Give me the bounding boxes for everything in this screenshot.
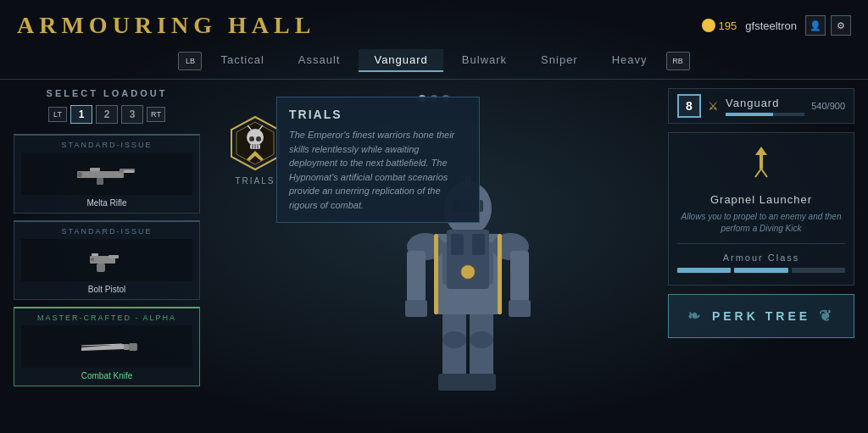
svg-point-54: [461, 265, 475, 279]
main-content: SELECT LOADOUT LT 1 2 3 RT STANDARD-ISSU…: [0, 80, 868, 424]
svg-rect-52: [434, 234, 438, 314]
rb-button[interactable]: RB: [666, 52, 690, 70]
combat-knife-icon: [73, 332, 141, 362]
svg-point-19: [256, 136, 261, 142]
svg-marker-55: [755, 147, 767, 169]
weapon-image-0: [21, 153, 192, 195]
class-name: Vanguard: [726, 97, 804, 109]
left-panel: SELECT LOADOUT LT 1 2 3 RT STANDARD-ISSU…: [14, 88, 200, 415]
trials-popup: TRIALS The Emperor's finest warriors hon…: [276, 97, 480, 223]
armour-bars: [677, 268, 845, 273]
perk-tree-label: PERK TREE: [712, 309, 810, 323]
perk-name: Grapnel Launcher: [710, 193, 812, 206]
class-bar: 8 ⚔ Vanguard 540/900: [668, 88, 854, 124]
username: gfsteeltron: [745, 19, 797, 32]
weapon-category-1: STANDARD-ISSUE: [21, 227, 192, 236]
tab-heavy[interactable]: Heavy: [597, 49, 663, 72]
loadout-slots: LT 1 2 3 RT: [14, 105, 200, 124]
rt-slot-btn[interactable]: RT: [147, 107, 165, 122]
armour-bar-1: [734, 268, 787, 273]
svg-rect-31: [438, 374, 469, 391]
grapnel-icon: [748, 145, 774, 179]
right-wing-icon: ❦: [819, 307, 835, 325]
svg-rect-40: [405, 300, 427, 317]
header: ARMOURING HALL 195 gfsteeltron 👤 ⚙: [0, 0, 868, 46]
lb-button[interactable]: LB: [178, 52, 202, 70]
weapon-category-0: STANDARD-ISSUE: [21, 141, 192, 149]
svg-rect-3: [97, 178, 103, 185]
weapon-card-knife[interactable]: MASTER-CRAFTED - ALPHA Combat Knife: [14, 307, 200, 386]
tab-sniper[interactable]: Sniper: [526, 49, 593, 72]
weapon-card-melta[interactable]: STANDARD-ISSUE Melta Rifle: [14, 134, 200, 214]
svg-point-10: [91, 258, 94, 261]
trials-label: TRIALS: [235, 176, 275, 186]
weapon-image-1: [21, 239, 192, 281]
class-icon: ⚔: [708, 99, 719, 113]
weapon-name-1: Bolt Pistol: [21, 285, 192, 294]
trials-popup-text: The Emperor's finest warriors hone their…: [289, 128, 467, 212]
perk-divider: [677, 243, 845, 244]
armour-bar-0: [677, 268, 731, 273]
center-panel: TRIALS TRIALS The Emperor's finest warri…: [209, 88, 659, 415]
lt-slot-btn[interactable]: LT: [48, 107, 67, 122]
svg-rect-5: [124, 170, 134, 173]
svg-point-18: [249, 136, 254, 142]
melta-rifle-icon: [73, 159, 141, 189]
svg-rect-0: [77, 171, 124, 178]
svg-rect-38: [407, 251, 426, 302]
xp-display: 540/900: [811, 101, 845, 111]
profile-icon-btn[interactable]: 👤: [805, 15, 826, 36]
svg-rect-32: [465, 374, 496, 391]
trials-popup-title: TRIALS: [289, 108, 467, 121]
settings-icon-btn[interactable]: ⚙: [831, 15, 851, 36]
svg-point-30: [470, 331, 493, 348]
svg-rect-39: [510, 251, 529, 302]
svg-rect-7: [108, 255, 119, 258]
slot-2-btn[interactable]: 2: [96, 105, 118, 124]
armour-bar-2: [792, 268, 845, 273]
level-badge: 8: [677, 94, 701, 118]
tab-bulwark[interactable]: Bulwark: [447, 49, 522, 72]
svg-line-56: [755, 169, 761, 177]
svg-point-4: [77, 172, 82, 177]
loadout-title: SELECT LOADOUT: [14, 88, 200, 98]
weapon-name-0: Melta Rifle: [21, 198, 192, 208]
header-right: 195 gfsteeltron 👤 ⚙: [702, 15, 851, 36]
svg-rect-13: [129, 343, 137, 351]
svg-line-57: [761, 169, 767, 177]
weapon-card-pistol[interactable]: STANDARD-ISSUE Bolt Pistol: [14, 220, 200, 300]
tab-vanguard[interactable]: Vanguard: [359, 49, 442, 72]
armour-class-title: Armour Class: [723, 253, 800, 263]
svg-rect-12: [124, 344, 129, 350]
svg-rect-50: [451, 234, 464, 255]
weapon-category-2: MASTER-CRAFTED - ALPHA: [21, 314, 192, 322]
svg-rect-41: [509, 300, 531, 317]
perk-arrow-icon: [748, 145, 774, 185]
weapon-image-2: [21, 325, 192, 368]
svg-rect-2: [90, 168, 100, 171]
xp-bar-fill: [726, 113, 773, 116]
bolt-pistol-icon: [73, 246, 141, 275]
nav-bar: LB Tactical Assault Vanguard Bulwark Sni…: [0, 46, 868, 80]
perk-info: Grapnel Launcher Allows you to propel to…: [668, 132, 854, 286]
left-wing-icon: ❧: [687, 307, 704, 325]
perk-desc: Allows you to propel to an enemy and the…: [677, 211, 845, 235]
tab-tactical[interactable]: Tactical: [205, 49, 279, 72]
coin-icon: [702, 19, 715, 32]
slot-3-btn[interactable]: 3: [121, 105, 143, 124]
svg-rect-53: [498, 234, 502, 314]
weapon-name-2: Combat Knife: [21, 371, 192, 380]
perk-tree-button[interactable]: ❧ PERK TREE ❦: [668, 294, 854, 338]
currency-display: 195: [702, 19, 737, 32]
slot-1-btn[interactable]: 1: [70, 105, 92, 124]
tab-assault[interactable]: Assault: [283, 49, 356, 72]
header-icons: 👤 ⚙: [805, 15, 851, 36]
svg-point-29: [442, 331, 466, 348]
svg-rect-51: [472, 234, 485, 255]
page-title: ARMOURING HALL: [17, 12, 315, 39]
svg-rect-9: [92, 253, 98, 256]
svg-rect-8: [97, 264, 105, 272]
xp-bar-container: [726, 113, 804, 116]
svg-point-17: [247, 129, 264, 146]
right-panel: 8 ⚔ Vanguard 540/900 Grapnel Launcher Al…: [668, 88, 854, 415]
